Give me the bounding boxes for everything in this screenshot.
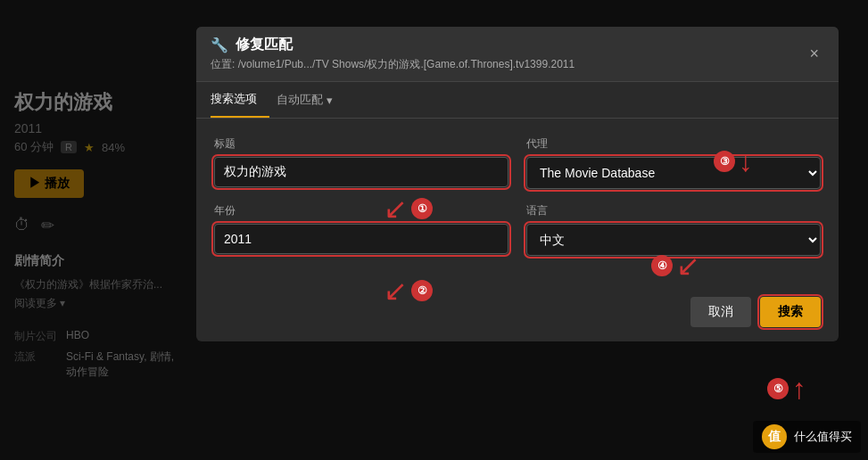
title-label: 标题 <box>214 136 508 152</box>
title-input[interactable] <box>214 157 508 187</box>
form-group-title: 标题 <box>214 136 508 189</box>
dialog-path: 位置: /volume1/Pub.../TV Shows/权力的游戏.[Game… <box>211 57 575 72</box>
dialog-title-row: 🔧 修复匹配 <box>211 36 575 54</box>
dialog-header: 🔧 修复匹配 位置: /volume1/Pub.../TV Shows/权力的游… <box>196 27 839 82</box>
agent-select[interactable]: The Movie Database <box>526 157 821 189</box>
dialog-body: 标题 代理 The Movie Database 年份 语言 中文 <box>196 119 839 288</box>
watermark: 值 什么值得买 <box>753 421 861 453</box>
cancel-button[interactable]: 取消 <box>690 297 751 327</box>
tab-auto-match[interactable]: 自动匹配 ▾ <box>277 82 345 118</box>
dialog-title: 修复匹配 <box>236 36 293 54</box>
chevron-down-icon: ▾ <box>327 94 333 107</box>
agent-label: 代理 <box>526 136 821 152</box>
fix-match-dialog: 🔧 修复匹配 位置: /volume1/Pub.../TV Shows/权力的游… <box>196 27 839 341</box>
search-button[interactable]: 搜索 <box>760 297 821 327</box>
form-group-agent: 代理 The Movie Database <box>526 136 821 189</box>
form-group-year: 年份 <box>214 203 508 256</box>
year-label: 年份 <box>214 203 508 218</box>
year-input[interactable] <box>214 224 508 254</box>
watermark-logo: 值 <box>762 424 787 449</box>
close-button[interactable]: × <box>804 43 824 65</box>
dialog-footer: 取消 搜索 <box>196 288 839 341</box>
form-row-1: 标题 代理 The Movie Database <box>214 136 821 189</box>
language-select[interactable]: 中文 <box>526 224 821 256</box>
repair-icon: 🔧 <box>211 37 228 53</box>
form-row-2: 年份 语言 中文 <box>214 203 821 256</box>
dialog-tabs: 搜索选项 自动匹配 ▾ <box>196 82 839 119</box>
language-label: 语言 <box>526 203 821 218</box>
form-group-language: 语言 中文 <box>526 203 821 256</box>
watermark-text: 什么值得买 <box>794 429 852 445</box>
dialog-title-section: 🔧 修复匹配 位置: /volume1/Pub.../TV Shows/权力的游… <box>211 36 575 72</box>
tab-search-options[interactable]: 搜索选项 <box>211 82 269 118</box>
